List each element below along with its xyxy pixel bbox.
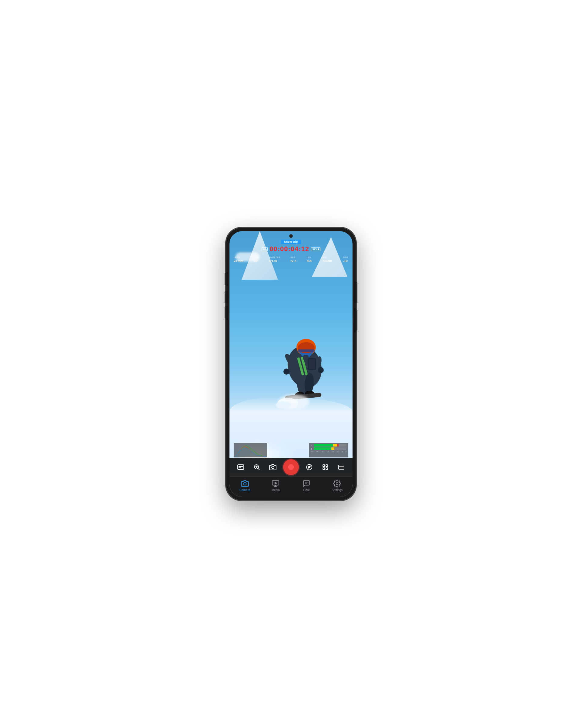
battery-percentage: 57% [312,248,317,251]
project-name: Snow trip [281,240,301,244]
media-tab-icon [272,479,279,488]
tab-camera-label: Camera [240,488,250,492]
exposure-button[interactable] [303,461,315,473]
record-button[interactable] [283,459,299,475]
camera-switch-button[interactable] [267,461,279,473]
svg-point-6 [318,367,324,373]
audio-meter: 1 2 -50 -40 -30 -18 -1 [309,443,348,458]
audio-scale: -50 -40 -30 -18 -15 -10 -5 0 [311,451,347,452]
histogram-widget [234,443,267,458]
aspect-ratio-button[interactable] [336,461,347,473]
param-iso: ISO 800 [307,256,312,263]
audio-bar-ch1-red [337,444,339,446]
front-camera [289,234,293,238]
svg-rect-20 [309,359,315,369]
param-iris: IRIS f2.8 [291,256,297,263]
tab-settings[interactable]: Settings [328,479,346,492]
audio-channel-1: 1 [311,444,347,446]
svg-rect-35 [339,465,344,469]
params-row: LENS 24mm FPS 30 SHUTTER 1/120 IRIS f2.8… [234,256,348,263]
settings-tab-icon [333,479,341,488]
tab-camera[interactable]: Camera [236,479,254,492]
tab-media-label: Media [272,488,280,492]
param-lens: LENS 24mm [234,256,243,263]
svg-marker-40 [275,482,277,484]
tab-bar: Camera Media [229,476,353,497]
timecode-row: 4K 00:00:04:12 57% [261,245,321,253]
phone-device: Snow trip 4K 00:00:04:12 57% LENS 24mm F… [226,228,356,500]
param-fps: FPS 30 [254,256,258,263]
svg-rect-31 [326,465,328,467]
svg-point-5 [283,368,289,374]
svg-rect-32 [323,468,325,470]
param-shutter: SHUTTER 1/120 [269,256,280,263]
battery-badge: 57% [311,247,321,251]
svg-line-25 [258,468,259,470]
svg-point-28 [272,466,274,469]
svg-rect-21 [238,465,244,470]
record-indicator [288,464,294,470]
autofocus-button[interactable]: A [320,461,331,473]
audio-bar-ch2-green [314,447,331,450]
param-wb: WB 5600K [323,256,332,263]
svg-point-45 [336,482,338,485]
focus-button[interactable] [251,461,262,473]
badge-4k: 4K [261,247,268,251]
tab-settings-label: Settings [332,488,342,492]
param-tint: TINT -10 [343,256,348,263]
hud-top: Snow trip 4K 00:00:04:12 57% [229,240,353,253]
audio-bar-ch1-yellow [333,444,337,446]
tab-chat[interactable]: Chat [297,479,315,492]
svg-point-38 [243,482,246,485]
timecode-display: 00:00:04:12 [270,245,309,253]
svg-rect-30 [323,465,325,467]
subtitle-button[interactable] [235,461,246,473]
svg-text:A: A [327,468,328,470]
tab-media[interactable]: Media [267,479,285,492]
tab-chat-label: Chat [303,488,309,492]
chat-tab-icon [303,479,310,488]
camera-tab-icon [241,479,249,488]
phone-screen: Snow trip 4K 00:00:04:12 57% LENS 24mm F… [229,231,353,497]
svg-rect-9 [298,349,315,352]
audio-bar-ch1-green [314,444,333,446]
audio-bar-ch2-yellow [331,447,335,450]
battery-tip-icon [318,249,319,250]
controls-bar: A [229,458,353,476]
audio-channel-2: 2 [311,447,347,450]
